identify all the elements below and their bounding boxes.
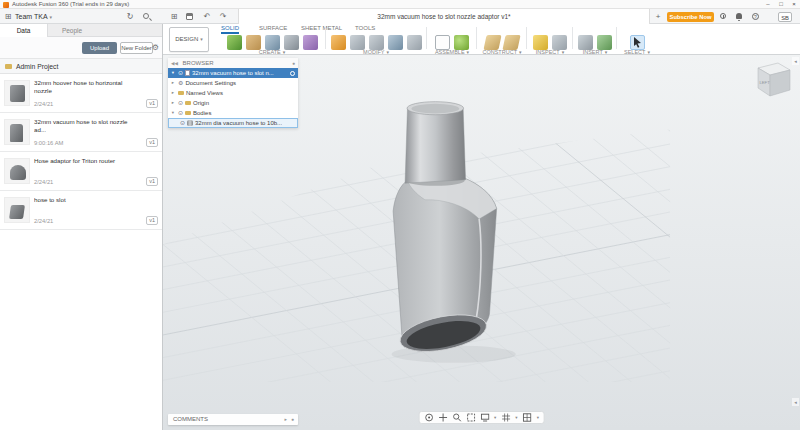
project-header[interactable]: Admin Project	[0, 59, 162, 74]
select-cursor-icon[interactable]	[630, 35, 645, 50]
settings-gear-icon[interactable]: ⚙	[152, 40, 159, 55]
job-status-icon[interactable]	[720, 13, 726, 19]
user-avatar[interactable]: SB	[778, 12, 792, 23]
ribbon-group-create: CREATE▾	[221, 34, 323, 55]
browser-node-origin[interactable]: ▸ ⊙ Origin	[168, 98, 298, 108]
visibility-eye-icon[interactable]: ⊙	[178, 108, 183, 118]
display-settings-icon[interactable]	[480, 413, 489, 422]
tab-tools[interactable]: TOOLS	[355, 24, 375, 34]
fillet-icon[interactable]	[350, 35, 365, 50]
visibility-eye-icon[interactable]: ⊙	[178, 68, 183, 78]
team-switcher[interactable]: Team TKA▾	[15, 9, 52, 25]
item-title: 32mm vacuum hose to slot nozzle ad...	[34, 118, 136, 133]
3d-viewport[interactable]: ◀◀ BROWSER ● ▾ ⊙ 32mm vacuum hose to slo…	[163, 55, 800, 430]
tab-solid[interactable]: SOLID	[221, 24, 239, 34]
grid-settings-icon[interactable]	[501, 413, 510, 422]
section-analysis-icon[interactable]	[552, 35, 567, 50]
comments-expand-icon[interactable]: ▸	[284, 414, 287, 425]
visibility-eye-icon[interactable]: ⊙	[180, 118, 185, 128]
revolve-icon[interactable]	[284, 35, 299, 50]
extrude-icon[interactable]	[265, 35, 280, 50]
construction-plane-icon[interactable]	[483, 35, 501, 50]
search-icon[interactable]	[143, 13, 149, 19]
fit-view-icon[interactable]	[466, 413, 475, 422]
list-item[interactable]: hose to slot 2/24/21 v1	[0, 191, 162, 230]
insert-mesh-icon[interactable]	[597, 35, 612, 50]
sync-icon[interactable]: ↻	[124, 9, 136, 24]
browser-root-node[interactable]: ▾ ⊙ 32mm vacuum hose to slot n...	[168, 68, 298, 78]
construction-axis-icon[interactable]	[502, 35, 520, 50]
redo-icon[interactable]: ↷	[217, 9, 229, 24]
ribbon-group-select: SELECT▾	[619, 34, 655, 55]
app-grid-icon[interactable]: ⊞	[3, 9, 13, 24]
viewports-icon[interactable]	[523, 413, 532, 422]
comments-menu-dot-icon[interactable]: ●	[291, 414, 294, 425]
browser-menu-dot-icon[interactable]: ●	[292, 58, 295, 68]
view-cube[interactable]: LEFT	[748, 59, 794, 105]
dropdown-caret-icon[interactable]: ▾	[537, 415, 539, 420]
create-box-icon[interactable]	[246, 35, 261, 50]
offset-face-icon[interactable]	[407, 35, 422, 50]
tab-sheet-metal[interactable]: SHEET METAL	[301, 24, 342, 34]
joint-icon[interactable]	[454, 35, 469, 50]
create-form-icon[interactable]	[303, 35, 318, 50]
activate-radio-icon[interactable]	[290, 71, 295, 76]
browser-body-item[interactable]: ⊙ 32mm dia vacuum hose to 10b...	[168, 118, 298, 128]
notifications-bell-icon[interactable]	[736, 13, 742, 19]
list-item[interactable]: Hose adaptor for Triton router 2/24/21 v…	[0, 152, 162, 191]
tab-surface[interactable]: SURFACE	[259, 24, 287, 34]
data-panel-toggle-icon[interactable]: ⊞	[168, 9, 180, 24]
browser-panel: ◀◀ BROWSER ● ▾ ⊙ 32mm vacuum hose to slo…	[168, 58, 298, 128]
expand-icon[interactable]: ▸	[170, 78, 176, 88]
tab-people[interactable]: People	[48, 24, 96, 37]
document-tab[interactable]: 32mm vacuum hose to slot nozzle adaptor …	[238, 9, 650, 24]
insert-canvas-icon[interactable]	[578, 35, 593, 50]
workspace-switcher[interactable]: DESIGN▾	[169, 27, 209, 52]
combine-icon[interactable]	[388, 35, 403, 50]
press-pull-icon[interactable]	[331, 35, 346, 50]
close-button[interactable]: ×	[788, 0, 800, 9]
panel-collapse-arrow-bottom[interactable]: ◂	[792, 398, 799, 406]
save-icon[interactable]	[186, 13, 193, 20]
expand-icon[interactable]: ▾	[170, 68, 176, 78]
orbit-icon[interactable]	[424, 413, 433, 422]
dropdown-caret-icon[interactable]: ▾	[494, 415, 496, 420]
list-item[interactable]: 32mm hoover hose to horizontal nozzle 2/…	[0, 74, 162, 113]
new-component-icon[interactable]	[435, 35, 450, 50]
help-icon[interactable]: ?	[752, 13, 759, 20]
new-document-tab-button[interactable]: +	[652, 9, 664, 24]
zoom-icon[interactable]	[452, 413, 461, 422]
view-navigation-bar: ▾ ▾ ▾	[418, 411, 545, 424]
subscribe-now-button[interactable]: Subscribe Now	[667, 12, 714, 22]
tab-data[interactable]: Data	[0, 24, 48, 37]
expand-icon[interactable]: ▸	[170, 88, 176, 98]
pan-icon[interactable]	[438, 413, 447, 422]
browser-node-named-views[interactable]: ▸ Named Views	[168, 88, 298, 98]
minimize-button[interactable]: –	[762, 0, 774, 9]
folder-icon	[185, 111, 191, 116]
panel-collapse-arrow-top[interactable]: ◂	[792, 57, 799, 65]
browser-node-document-settings[interactable]: ▸ ⚙ Document Settings	[168, 78, 298, 88]
version-badge[interactable]: v1	[146, 138, 158, 147]
browser-node-bodies[interactable]: ▾ ⊙ Bodies	[168, 108, 298, 118]
create-sketch-icon[interactable]	[227, 35, 242, 50]
shell-icon[interactable]	[369, 35, 384, 50]
new-folder-button[interactable]: New Folder	[120, 42, 153, 54]
expand-icon[interactable]: ▾	[170, 108, 176, 118]
list-item[interactable]: 32mm vacuum hose to slot nozzle ad... 9:…	[0, 113, 162, 152]
undo-icon[interactable]: ↶	[201, 9, 213, 24]
version-badge[interactable]: v1	[146, 177, 158, 186]
maximize-button[interactable]: □	[775, 0, 787, 9]
item-date: 2/24/21	[34, 179, 53, 185]
version-badge[interactable]: v1	[146, 99, 158, 108]
upload-button[interactable]: Upload	[82, 42, 117, 54]
dropdown-caret-icon[interactable]: ▾	[515, 415, 517, 420]
visibility-eye-icon[interactable]: ⊙	[178, 98, 183, 108]
comments-bar[interactable]: COMMENTS ● ▸	[168, 414, 298, 425]
expand-icon[interactable]: ▸	[170, 98, 176, 108]
browser-header[interactable]: ◀◀ BROWSER ●	[168, 58, 298, 68]
collapse-icon[interactable]: ◀◀	[171, 61, 178, 66]
version-badge[interactable]: v1	[146, 216, 158, 225]
measure-icon[interactable]	[533, 35, 548, 50]
model-vacuum-adapter[interactable]	[393, 102, 497, 358]
